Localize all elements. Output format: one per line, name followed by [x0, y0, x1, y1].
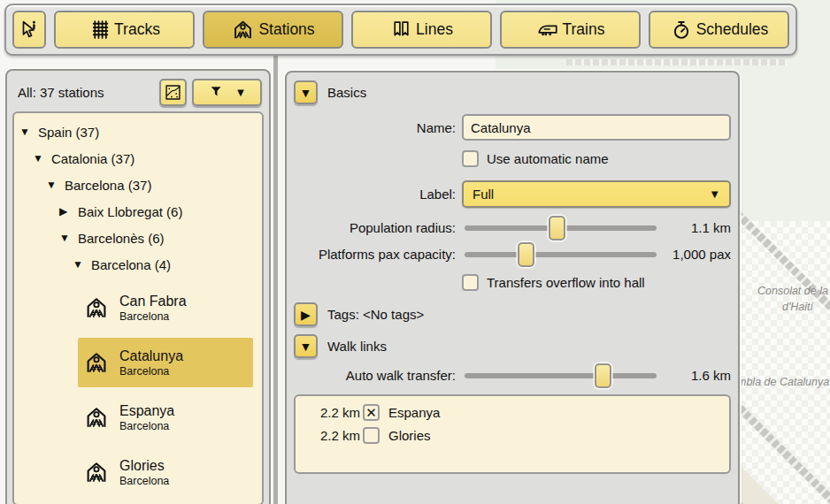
tab-trains[interactable]: Trains [500, 11, 641, 49]
tab-label: Tracks [114, 20, 160, 39]
population-radius-slider[interactable] [465, 225, 657, 231]
station-icon [83, 404, 110, 431]
name-row: Name: [294, 114, 731, 141]
station-item-can-fabra[interactable]: Can Fabra Barcelona [78, 283, 253, 332]
transfers-overflow-row: Transfers overflow into hall [294, 274, 731, 291]
triangle-right-icon: ▶ [301, 308, 311, 322]
station-tree: ▼ Spain (37) ▼ Catalonia (37) ▼ Barcelon… [12, 111, 264, 504]
station-icon [83, 459, 110, 485]
tab-label: Stations [258, 20, 314, 39]
map-vertical-road [273, 56, 278, 504]
chevron-down-icon: ▼ [235, 87, 247, 98]
label-mode-value: Full [473, 187, 709, 202]
filter-button[interactable]: ▼ [192, 79, 262, 106]
tree-node-label: Catalonia (37) [51, 151, 134, 166]
stations-list-panel: All: 37 stations ▼ ▼ Spain (37) ▼ Catalo… [5, 69, 271, 504]
station-item-catalunya[interactable]: Catalunya Barcelona [78, 338, 253, 387]
slider-handle[interactable] [518, 242, 534, 267]
lines-icon [390, 19, 412, 41]
tab-label: Schedules [696, 20, 769, 39]
station-region: Barcelona [119, 420, 174, 432]
tree-node-catalonia[interactable]: ▼ Catalonia (37) [14, 145, 262, 172]
transfers-overflow-checkbox[interactable] [462, 274, 479, 291]
expand-arrow-icon: ▼ [33, 152, 44, 164]
expand-arrow-icon: ▼ [59, 232, 71, 244]
tree-node-barcelona-province[interactable]: ▼ Barcelona (37) [14, 172, 262, 198]
station-item-espanya[interactable]: Espanya Barcelona [78, 393, 253, 442]
population-radius-label: Population radius: [294, 220, 462, 235]
tab-stations[interactable]: Stations [203, 11, 343, 49]
walk-link-name: Espanya [388, 405, 440, 420]
platforms-capacity-value: 1,000 pax [667, 247, 731, 262]
tab-tracks[interactable]: Tracks [54, 11, 195, 49]
stopwatch-icon [670, 19, 693, 42]
auto-name-row: Use automatic name [294, 150, 731, 167]
label-label: Label: [294, 187, 462, 202]
expand-tags-button[interactable]: ▶ [294, 302, 318, 326]
slider-handle[interactable] [595, 363, 611, 388]
tab-label: Lines [416, 20, 453, 39]
expand-arrow-icon: ▶ [59, 205, 71, 218]
name-label: Name: [294, 120, 462, 135]
map-label-rambla: mbla de Catalunya [737, 376, 829, 388]
walk-link-espanya-checkbox[interactable] [363, 404, 380, 421]
station-region: Barcelona [119, 310, 187, 323]
station-count-label: All: 37 stations [18, 85, 104, 100]
tree-node-barcelones[interactable]: ▼ Barcelonès (6) [14, 225, 262, 251]
tree-node-spain[interactable]: ▼ Spain (37) [14, 118, 262, 145]
walk-link-row-espanya: 2.2 km Espanya [320, 404, 729, 421]
station-icon [83, 294, 110, 321]
auto-walk-transfer-slider[interactable] [465, 373, 657, 378]
station-name: Glories [119, 458, 169, 474]
tree-node-label: Barcelonès (6) [78, 231, 165, 246]
station-icon [231, 18, 255, 42]
tree-node-label: Barcelona (37) [65, 178, 151, 193]
tree-node-baix-llobregat[interactable]: ▶ Baix Llobregat (6) [14, 198, 262, 225]
walk-links-section-header: ▼ Walk links [294, 334, 738, 358]
map-icon [164, 83, 182, 102]
tab-label: Trains [563, 20, 605, 39]
map-label-consolat-line1: Consolat de la Re [757, 285, 830, 297]
walk-links-section-label: Walk links [327, 339, 387, 354]
use-automatic-name-label: Use automatic name [487, 151, 609, 166]
triangle-down-icon: ▼ [300, 340, 312, 354]
slider-handle[interactable] [549, 216, 565, 241]
tracks-icon [88, 19, 111, 41]
show-on-map-button[interactable] [159, 79, 187, 106]
station-name: Catalunya [119, 348, 183, 364]
basics-section-header: ▼ Basics [294, 80, 738, 104]
label-mode-dropdown[interactable]: Full ▼ [462, 180, 731, 208]
station-inspector-panel: ▼ Basics Name: Use automatic name Label:… [285, 71, 740, 504]
platforms-capacity-slider[interactable] [465, 252, 657, 257]
station-region: Barcelona [119, 475, 169, 487]
walk-link-distance: 2.2 km [320, 405, 363, 420]
chevron-down-icon: ▼ [709, 188, 720, 200]
use-automatic-name-checkbox[interactable] [462, 150, 479, 167]
expand-arrow-icon: ▼ [19, 126, 31, 138]
tree-node-barcelona-city[interactable]: ▼ Barcelona (4) [14, 251, 262, 278]
inspect-tool-button[interactable] [12, 11, 46, 49]
collapse-walk-links-button[interactable]: ▼ [294, 334, 318, 358]
tags-section-header: ▶ Tags: <No tags> [294, 302, 738, 326]
walk-link-glories-checkbox[interactable] [363, 427, 380, 444]
tree-node-label: Barcelona (4) [91, 257, 171, 272]
station-name-input[interactable] [462, 114, 731, 141]
walk-link-row-glories: 2.2 km Glories [320, 427, 729, 444]
tree-node-label: Baix Llobregat (6) [78, 204, 182, 219]
population-radius-row: Population radius: 1.1 km [294, 220, 731, 235]
tab-lines[interactable]: Lines [351, 11, 492, 49]
filter-icon [208, 83, 226, 101]
basics-section-label: Basics [327, 85, 366, 100]
expand-arrow-icon: ▼ [73, 258, 84, 271]
collapse-basics-button[interactable]: ▼ [294, 80, 318, 104]
label-row: Label: Full ▼ [294, 180, 731, 208]
population-radius-value: 1.1 km [667, 220, 731, 235]
triangle-down-icon: ▼ [300, 86, 312, 100]
auto-walk-transfer-row: Auto walk transfer: 1.6 km [294, 368, 731, 383]
station-item-glories[interactable]: Glories Barcelona [78, 447, 253, 497]
stations-list-header: All: 37 stations ▼ [18, 78, 262, 106]
walk-links-list: 2.2 km Espanya 2.2 km Glories [294, 394, 731, 474]
tab-schedules[interactable]: Schedules [649, 11, 789, 49]
tree-node-label: Spain (37) [38, 125, 99, 140]
auto-walk-transfer-label: Auto walk transfer: [294, 368, 462, 383]
